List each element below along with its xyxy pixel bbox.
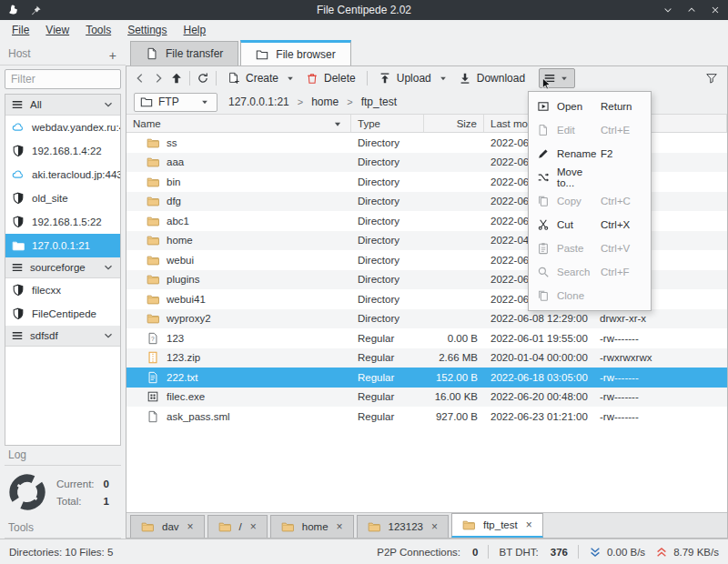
- breadcrumb-separator: >: [298, 96, 303, 107]
- log-section-header[interactable]: Log: [5, 446, 121, 466]
- host-group-header[interactable]: All: [5, 95, 120, 116]
- breadcrumb-item[interactable]: home: [311, 96, 339, 108]
- menu-settings[interactable]: Settings: [119, 24, 175, 36]
- tab-close-icon[interactable]: ×: [337, 522, 343, 531]
- toolbar-separator: [367, 71, 368, 86]
- menu-file[interactable]: File: [4, 24, 37, 36]
- host-list-item[interactable]: FileCentipede: [5, 302, 120, 326]
- filter-funnel-icon[interactable]: [705, 72, 718, 85]
- back-icon[interactable]: [134, 72, 147, 85]
- file-permissions: -rw-------: [593, 333, 727, 344]
- menu-item-shortcut: Ctrl+X: [601, 219, 630, 230]
- minimize-icon[interactable]: [662, 5, 673, 15]
- host-list-item[interactable]: 127.0.0.1:21: [5, 234, 120, 257]
- create-button[interactable]: Create: [223, 72, 301, 85]
- group-label: All: [30, 99, 42, 110]
- file-row[interactable]: filec.exe Regular 16.00 KB 2022-06-20 00…: [126, 388, 727, 408]
- location-tab[interactable]: dav ×: [130, 515, 205, 538]
- bt-dht-value: 376: [549, 547, 568, 558]
- context-menu-item[interactable]: Edit Ctrl+E: [529, 118, 651, 142]
- context-menu-item[interactable]: Cut Ctrl+X: [529, 213, 651, 237]
- file-row[interactable]: 123.zip Regular 2.66 MB 2020-01-04 00:00…: [126, 348, 727, 368]
- up-icon[interactable]: [170, 72, 183, 85]
- context-menu-item[interactable]: Copy Ctrl+C: [529, 189, 651, 213]
- upload-button[interactable]: Upload: [374, 72, 454, 85]
- total-label: Total:: [56, 496, 95, 507]
- context-menu-item[interactable]: Search Ctrl+F: [529, 260, 651, 284]
- context-menu-item[interactable]: Rename F2: [529, 142, 651, 166]
- file-modified: 2022-06-08 12:29:00: [484, 313, 593, 324]
- location-tab[interactable]: home ×: [270, 515, 354, 538]
- tab-close-icon[interactable]: ×: [431, 522, 438, 531]
- menu-item-label: Rename: [557, 148, 601, 159]
- menu-item-icon: [537, 171, 550, 184]
- file-size: 927.00 B: [424, 411, 484, 422]
- forward-icon[interactable]: [152, 72, 165, 85]
- host-list-item[interactable]: filecxx: [5, 278, 120, 302]
- file-row[interactable]: wyproxy2 Directory 2022-06-08 12:29:00 d…: [126, 309, 727, 329]
- mouse-cursor: [541, 77, 554, 91]
- host-list-item[interactable]: 192.168.1.4:22: [5, 139, 120, 163]
- context-menu-item[interactable]: Open Return: [529, 95, 651, 118]
- main-tab[interactable]: File browser: [240, 40, 350, 65]
- close-icon[interactable]: [710, 5, 721, 15]
- column-header-name[interactable]: Name: [126, 115, 351, 132]
- file-row[interactable]: ask_pass.sml Regular 927.00 B 2022-06-23…: [126, 407, 727, 427]
- tools-section-header[interactable]: Tools: [5, 519, 121, 539]
- file-name: ask_pass.sml: [167, 411, 230, 422]
- menu-item-shortcut: Return: [601, 101, 632, 112]
- file-type-icon: [147, 351, 159, 364]
- gauge-ring-icon: [6, 471, 48, 513]
- maximize-icon[interactable]: [686, 5, 697, 15]
- host-group-header[interactable]: sdfsdf: [5, 326, 120, 347]
- main-tab[interactable]: File transfer: [130, 41, 238, 65]
- file-name: 123: [167, 333, 184, 344]
- file-modified: 2022-06-18 03:05:00: [484, 372, 593, 383]
- file-type-icon: [147, 156, 159, 168]
- breadcrumb-item[interactable]: 127.0.0.1:21: [228, 96, 289, 108]
- host-list-item[interactable]: aki.teracloud.jp:443: [5, 163, 120, 186]
- file-name: webui: [167, 255, 194, 266]
- column-header-size[interactable]: Size: [424, 115, 484, 132]
- location-tab[interactable]: 123123 ×: [357, 515, 449, 538]
- host-list-item[interactable]: 192.168.1.5:22: [5, 210, 120, 234]
- protocol-select[interactable]: FTP: [134, 93, 217, 112]
- menu-tools[interactable]: Tools: [77, 24, 119, 36]
- breadcrumb-item[interactable]: ftp_test: [361, 96, 397, 108]
- context-menu-item[interactable]: Clone: [529, 284, 651, 307]
- menu-item-label: Move to...: [557, 166, 601, 188]
- tab-label: 123123: [389, 521, 423, 532]
- context-menu-item[interactable]: Move to...: [529, 166, 651, 189]
- column-header-type[interactable]: Type: [351, 115, 424, 132]
- file-permissions: drwxr-xr-x: [593, 313, 727, 324]
- pin-icon[interactable]: [30, 5, 42, 16]
- file-row[interactable]: 222.txt Regular 152.00 B 2022-06-18 03:0…: [126, 368, 727, 388]
- context-menu-item[interactable]: Paste Ctrl+V: [529, 237, 651, 260]
- file-row[interactable]: ? 123 Regular 0.00 B 2022-06-01 19:55:00…: [126, 328, 727, 348]
- tab-close-icon[interactable]: ×: [187, 522, 194, 531]
- current-value: 0: [104, 478, 109, 489]
- refresh-icon[interactable]: [197, 72, 209, 85]
- menu-view[interactable]: View: [37, 24, 77, 36]
- filter-input[interactable]: [5, 69, 121, 89]
- menu-item-icon: [537, 242, 550, 255]
- tab-close-icon[interactable]: ×: [250, 522, 257, 531]
- host-group-header[interactable]: sourceforge: [5, 257, 120, 278]
- add-host-button[interactable]: +: [109, 51, 116, 60]
- tab-close-icon[interactable]: ×: [526, 520, 532, 529]
- create-file-icon: [228, 72, 240, 85]
- file-type: Directory: [351, 196, 424, 206]
- host-list-item[interactable]: webdav.yandex.ru:443: [5, 116, 120, 139]
- menu-help[interactable]: Help: [176, 24, 215, 36]
- folder-icon: [462, 519, 475, 531]
- menu-item-label: Clone: [557, 290, 601, 301]
- menu-item-icon: [537, 266, 550, 278]
- file-name: webui41: [167, 294, 206, 305]
- menu-item-icon: [537, 124, 550, 136]
- host-list-item[interactable]: old_site: [5, 186, 120, 210]
- location-tab[interactable]: ftp_test ×: [451, 513, 543, 538]
- delete-button[interactable]: Delete: [301, 72, 360, 85]
- tab-icon: [256, 48, 268, 61]
- download-button[interactable]: Download: [454, 72, 530, 85]
- location-tab[interactable]: / ×: [207, 515, 268, 538]
